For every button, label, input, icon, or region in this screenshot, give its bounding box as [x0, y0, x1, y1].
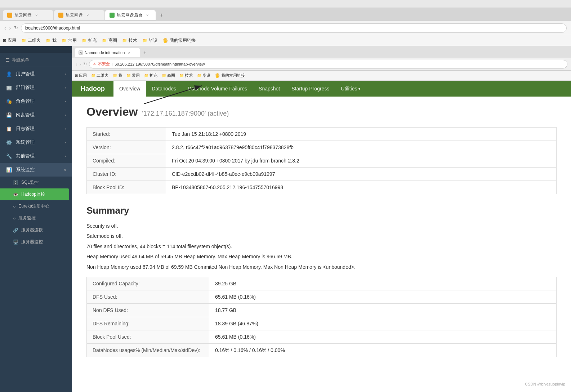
address-box[interactable]: localhost:9000/#hadoop.html — [21, 23, 567, 33]
dept-chevron: ‹ — [65, 86, 66, 90]
ib-changyong[interactable]: 📁 常用 — [126, 73, 140, 78]
inner-address-box[interactable]: ⚠ 不安全 | 60.205.212.196:50070/dfshealth.h… — [89, 60, 567, 68]
ib-shangjuan[interactable]: 📁 商圈 — [162, 73, 175, 78]
role-icon: 🎭 — [6, 99, 12, 104]
summary-line: Security is off. — [86, 222, 557, 230]
sidebar-item-dept[interactable]: 🏢 部门管理 ‹ — [0, 81, 72, 94]
bookmark-mylinks[interactable]: 🖐️ 我的常用链接 — [162, 37, 196, 44]
bookmark-changyong-label: 常用 — [68, 37, 77, 44]
hadoop-nav-snapshot[interactable]: Snapshot — [253, 81, 286, 97]
bookmark-changyong[interactable]: 📁 常用 — [62, 37, 77, 44]
sidebar-item-disk[interactable]: 💾 网盘管理 ‹ — [0, 108, 72, 122]
hadoop-nav-datanodes-label: Datanodes — [152, 86, 176, 92]
ib-erwei[interactable]: 📁 二维火 — [91, 73, 108, 78]
tab-2-close[interactable]: × — [86, 13, 89, 17]
tab-3[interactable]: 星云网盘后台 × — [105, 10, 156, 20]
tab-1-close[interactable]: × — [35, 13, 37, 17]
inner-new-tab[interactable]: + — [140, 48, 149, 57]
bookmark-erwei-icon: 📁 — [21, 38, 26, 43]
bookmark-kuochong[interactable]: 📁 扩充 — [82, 37, 97, 44]
sidebar-item-log[interactable]: 📋 日志管理 ‹ — [0, 122, 72, 135]
inner-address-row: ‹ › ↻ ⚠ 不安全 | 60.205.212.196:50070/dfshe… — [72, 58, 571, 71]
tab-3-icon — [110, 13, 115, 18]
ib-mylinks[interactable]: 🖐️ 我的常用链接 — [215, 73, 245, 78]
bookmark-kuochong-icon: 📁 — [82, 38, 87, 43]
inner-tab-close[interactable]: × — [128, 50, 130, 55]
ib-erwei-label: 二维火 — [97, 73, 108, 78]
bookmarks-bar: ⊞ 应用 📁 二维火 📁 我 📁 常用 📁 扩充 📁 商圈 📁 技术 📁 — [0, 35, 571, 46]
sidebar-item-other[interactable]: 🔧 其他管理 ‹ — [0, 149, 72, 163]
bookmark-apps[interactable]: ⊞ 应用 — [3, 37, 16, 44]
ib-jishu-icon: 📁 — [179, 74, 184, 77]
forward-button[interactable]: › — [9, 25, 11, 31]
tab-2-label: 星云网盘 — [66, 12, 83, 18]
hadoop-nav-utilities[interactable]: Utilities ▾ — [335, 81, 366, 97]
bookmark-changyong-icon: 📁 — [62, 38, 67, 43]
sidebar-sub-service-monitor[interactable]: ○ 服务监控 — [0, 212, 72, 224]
other-icon: 🔧 — [6, 153, 12, 159]
tab-1[interactable]: 星云网盘 × — [3, 10, 53, 20]
inner-back-btn[interactable]: ‹ — [76, 61, 77, 67]
inner-tab-icon: N — [79, 50, 83, 55]
server-connect-icon: 🔗 — [13, 228, 18, 233]
other-chevron: ‹ — [65, 154, 66, 158]
ib-apps-label: 应用 — [79, 73, 87, 78]
sidebar-item-system[interactable]: ⚙️ 系统管理 ‹ — [0, 135, 72, 149]
system-label: 系统管理 — [16, 139, 62, 146]
inner-refresh-btn[interactable]: ↻ — [83, 62, 87, 67]
hadoop-nav-startup[interactable]: Startup Progress — [286, 81, 335, 97]
users-icon: 👤 — [6, 71, 12, 77]
hadoop-nav-overview[interactable]: Overview — [113, 81, 146, 97]
new-tab-button[interactable]: + — [156, 10, 166, 20]
ib-kuochong[interactable]: 📁 扩充 — [144, 73, 157, 78]
back-button[interactable]: ‹ — [4, 25, 6, 31]
tab-3-close[interactable]: × — [146, 13, 148, 17]
hadoop-nav-dvf[interactable]: Datanode Volume Failures — [182, 81, 253, 97]
ib-apps[interactable]: ⊞ 应用 — [75, 73, 87, 78]
mac-topbar — [0, 0, 571, 8]
table-row: Cluster ID: CID-e2ecdb02-df4f-4b85-a0ec-… — [87, 168, 557, 181]
sql-label: SQL监控 — [21, 179, 39, 186]
hadoop-content: Overview '172.17.161.187:9000' (active) … — [72, 97, 571, 392]
table-row: DFS Used: 65.61 MB (0.16%) — [87, 290, 557, 303]
hadoop-nav-utilities-label: Utilities — [341, 86, 357, 92]
system-chevron: ‹ — [65, 141, 66, 144]
sidebar-sub-server-monitor[interactable]: 🖥️ 服务器监控 — [0, 236, 72, 248]
sidebar-item-role[interactable]: 🎭 角色管理 ‹ — [0, 94, 72, 108]
ib-wo[interactable]: 📁 我 — [113, 73, 122, 78]
inner-tab[interactable]: N Namenode information × — [75, 48, 140, 57]
bookmark-bishe[interactable]: 📁 毕设 — [142, 37, 157, 44]
inner-forward-btn[interactable]: › — [80, 61, 81, 67]
overview-table: Started: Tue Jan 15 21:18:12 +0800 2019 … — [86, 127, 557, 194]
eureka-label: Eureka注册中心 — [18, 203, 49, 209]
bookmark-erwei[interactable]: 📁 二维火 — [21, 37, 41, 44]
hadoop-navbar: Hadoop Overview Datanodes Datanode Volum… — [72, 81, 571, 97]
bookmark-wo[interactable]: 📁 我 — [46, 37, 57, 44]
table-row: Compiled: Fri Oct 20 04:39:00 +0800 2017… — [87, 154, 557, 168]
hadoop-nav-datanodes[interactable]: Datanodes — [146, 81, 182, 97]
ib-jishu[interactable]: 📁 技术 — [179, 73, 193, 78]
sidebar-sub-hadoop[interactable]: 👁️ Hadoop监控 — [0, 188, 69, 200]
disk-label: 网盘管理 — [16, 112, 62, 118]
tab-2[interactable]: 星云网盘 × — [54, 10, 104, 20]
bookmark-shangjuan[interactable]: 📁 商圈 — [102, 37, 117, 44]
bookmark-wo-label: 我 — [52, 37, 57, 44]
sidebar-item-users[interactable]: 👤 用户管理 ‹ — [0, 67, 72, 81]
bookmark-apps-icon: ⊞ — [3, 38, 6, 43]
bookmark-erwei-label: 二维火 — [28, 37, 41, 44]
refresh-button[interactable]: ↻ — [14, 25, 18, 31]
table-row: Configured Capacity: 39.25 GB — [87, 277, 557, 290]
ib-jishu-label: 技术 — [185, 73, 193, 78]
sidebar-sub-sql[interactable]: 🗄️ SQL监控 — [0, 177, 72, 188]
ib-bishe[interactable]: 📁 毕设 — [197, 73, 210, 78]
bookmark-jishu[interactable]: 📁 技术 — [122, 37, 137, 44]
sidebar-sub-server-connect[interactable]: 🔗 服务器连接 — [0, 224, 72, 236]
watermark: CSDN @biyezuopinvip — [525, 382, 565, 386]
bookmark-mylinks-icon: 🖐️ — [162, 38, 168, 43]
dept-label: 部门管理 — [16, 84, 62, 91]
table-row: Version: 2.8.2, r66c47f2a01ad9637879e95f… — [87, 141, 557, 154]
sidebar-item-monitor[interactable]: 📊 系统监控 ∨ — [0, 163, 72, 177]
inner-tab-bar: N Namenode information × + — [72, 46, 571, 58]
sidebar: ☰ 导航菜单 👤 用户管理 ‹ 🏢 部门管理 ‹ 🎭 角色管理 ‹ 💾 网盘管理 — [0, 46, 72, 392]
sidebar-sub-eureka[interactable]: ○ Eureka注册中心 — [0, 200, 72, 212]
